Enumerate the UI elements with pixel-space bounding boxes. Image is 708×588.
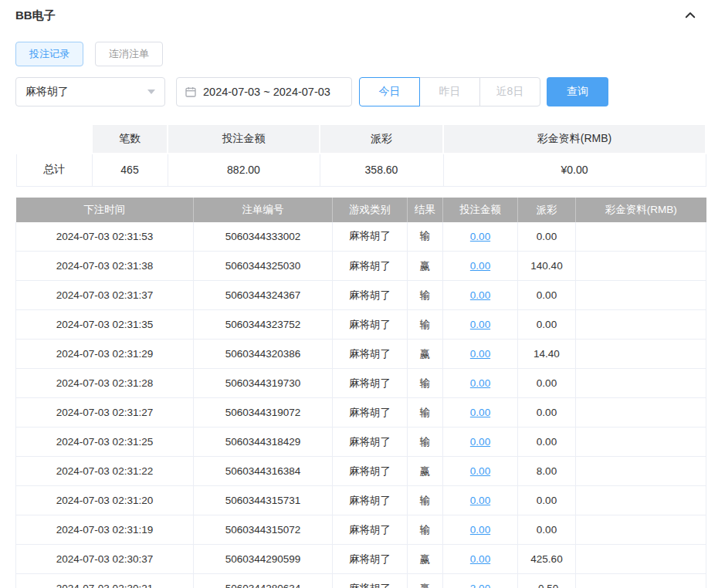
result-cell: 输 xyxy=(408,515,443,545)
order-number-cell: 5060344318429 xyxy=(194,427,333,457)
bet-amount-link[interactable]: 0.00 xyxy=(470,436,490,448)
result-cell: 输 xyxy=(408,398,443,427)
summary-header-bet-amount: 投注金额 xyxy=(168,124,320,154)
table-row: 2024-07-03 02:31:38 5060344325030 麻将胡了 赢… xyxy=(16,252,706,281)
col-game-type: 游戏类别 xyxy=(333,198,408,222)
result-cell: 输 xyxy=(408,427,443,457)
bet-time-cell: 2024-07-03 02:31:27 xyxy=(16,398,194,427)
bet-amount-link[interactable]: 0.00 xyxy=(470,377,490,389)
result-cell: 赢 xyxy=(408,457,443,486)
bet-amount-cell: 0.00 xyxy=(443,427,518,457)
bonus-cell xyxy=(576,398,706,427)
payout-cell: 0.00 xyxy=(518,310,576,340)
tab-cancelled-orders[interactable]: 连消注单 xyxy=(95,42,163,66)
game-type-cell: 麻将胡了 xyxy=(333,515,408,545)
game-select[interactable]: 麻将胡了 xyxy=(15,77,165,106)
bonus-cell xyxy=(576,369,706,398)
payout-cell: 425.60 xyxy=(518,545,576,574)
bet-amount-cell: 0.00 xyxy=(443,515,518,545)
game-type-cell: 麻将胡了 xyxy=(333,222,408,252)
bet-amount-link[interactable]: 0.00 xyxy=(470,260,490,272)
summary-total-label: 总计 xyxy=(16,154,92,186)
date-range-picker[interactable]: 2024-07-03 ~ 2024-07-03 xyxy=(176,77,352,106)
order-number-cell: 5060344333002 xyxy=(194,222,333,252)
bet-amount-link[interactable]: 2.00 xyxy=(470,583,490,588)
payout-cell: 8.00 xyxy=(518,457,576,486)
game-type-cell: 麻将胡了 xyxy=(333,252,408,281)
game-type-cell: 麻将胡了 xyxy=(333,398,408,427)
bet-amount-link[interactable]: 0.00 xyxy=(470,524,490,536)
col-order-number: 注单编号 xyxy=(194,198,333,222)
bet-amount-link[interactable]: 0.00 xyxy=(470,553,490,565)
order-number-cell: 5060344319072 xyxy=(194,398,333,427)
result-cell: 输 xyxy=(408,486,443,515)
bet-amount-link[interactable]: 0.00 xyxy=(470,348,490,360)
summary-header-bonus: 彩金资料(RMB) xyxy=(443,124,706,154)
table-row: 2024-07-03 02:31:27 5060344319072 麻将胡了 输… xyxy=(16,398,706,427)
yesterday-button[interactable]: 昨日 xyxy=(419,77,480,106)
payout-cell: 0.00 xyxy=(518,369,576,398)
order-number-cell: 5060344315731 xyxy=(194,486,333,515)
order-number-cell: 5060344320386 xyxy=(194,340,333,369)
game-type-cell: 麻将胡了 xyxy=(333,340,408,369)
bet-amount-cell: 0.00 xyxy=(443,545,518,574)
quick-date-buttons: 今日 昨日 近8日 xyxy=(359,77,540,106)
bet-amount-link[interactable]: 0.00 xyxy=(470,407,490,418)
bonus-cell xyxy=(576,515,706,545)
table-row: 2024-07-03 02:30:21 5060344280634 麻将胡了 赢… xyxy=(16,574,706,588)
bonus-cell xyxy=(576,310,706,340)
bonus-cell xyxy=(576,574,706,588)
game-type-cell: 麻将胡了 xyxy=(333,545,408,574)
search-button[interactable]: 查询 xyxy=(547,77,608,106)
table-row: 2024-07-03 02:30:37 5060344290599 麻将胡了 赢… xyxy=(16,545,706,574)
bet-time-cell: 2024-07-03 02:31:38 xyxy=(16,252,194,281)
bet-time-cell: 2024-07-03 02:31:20 xyxy=(16,486,194,515)
last-8-days-button[interactable]: 近8日 xyxy=(479,77,540,106)
table-row: 2024-07-03 02:31:22 5060344316384 麻将胡了 赢… xyxy=(16,457,706,486)
bet-time-cell: 2024-07-03 02:31:19 xyxy=(16,515,194,545)
filter-bar: 麻将胡了 2024-07-03 ~ 2024-07-03 今日 昨日 近8日 查… xyxy=(15,77,706,106)
col-payout: 派彩 xyxy=(518,198,576,222)
date-range-value: 2024-07-03 ~ 2024-07-03 xyxy=(203,86,330,98)
order-number-cell: 5060344323752 xyxy=(194,310,333,340)
collapse-chevron-up-icon[interactable] xyxy=(683,8,697,22)
bet-amount-cell: 2.00 xyxy=(443,574,518,588)
result-cell: 输 xyxy=(408,281,443,310)
summary-bonus-value: ¥0.00 xyxy=(443,154,706,186)
order-number-cell: 5060344325030 xyxy=(194,252,333,281)
bonus-cell xyxy=(576,545,706,574)
bet-amount-link[interactable]: 0.00 xyxy=(470,231,490,242)
bonus-cell xyxy=(576,281,706,310)
result-cell: 输 xyxy=(408,222,443,252)
bonus-cell xyxy=(576,252,706,281)
payout-cell: 14.40 xyxy=(518,340,576,369)
payout-cell: 0.00 xyxy=(518,222,576,252)
result-cell: 赢 xyxy=(408,340,443,369)
bet-amount-link[interactable]: 0.00 xyxy=(470,495,490,506)
result-cell: 输 xyxy=(408,310,443,340)
game-type-cell: 麻将胡了 xyxy=(333,310,408,340)
col-bet-time: 下注时间 xyxy=(16,198,194,222)
summary-total-row: 总计 465 882.00 358.60 ¥0.00 xyxy=(16,154,706,186)
table-row: 2024-07-03 02:31:35 5060344323752 麻将胡了 输… xyxy=(16,310,706,340)
payout-cell: 0.00 xyxy=(518,486,576,515)
panel-header: BB电子 xyxy=(15,6,706,25)
bet-amount-link[interactable]: 0.00 xyxy=(470,289,490,301)
bet-time-cell: 2024-07-03 02:31:28 xyxy=(16,369,194,398)
bet-amount-cell: 0.00 xyxy=(443,369,518,398)
bet-amount-cell: 0.00 xyxy=(443,222,518,252)
today-button[interactable]: 今日 xyxy=(359,77,420,106)
table-row: 2024-07-03 02:31:25 5060344318429 麻将胡了 输… xyxy=(16,427,706,457)
result-cell: 输 xyxy=(408,369,443,398)
result-cell: 赢 xyxy=(408,545,443,574)
summary-header-blank xyxy=(16,124,92,154)
bonus-cell xyxy=(576,340,706,369)
bet-amount-link[interactable]: 0.00 xyxy=(470,319,490,330)
bonus-cell xyxy=(576,457,706,486)
order-number-cell: 5060344316384 xyxy=(194,457,333,486)
bet-amount-cell: 0.00 xyxy=(443,486,518,515)
bet-amount-link[interactable]: 0.00 xyxy=(470,465,490,477)
bet-amount-cell: 0.00 xyxy=(443,398,518,427)
tab-bet-records[interactable]: 投注记录 xyxy=(15,42,83,66)
table-row: 2024-07-03 02:31:20 5060344315731 麻将胡了 输… xyxy=(16,486,706,515)
